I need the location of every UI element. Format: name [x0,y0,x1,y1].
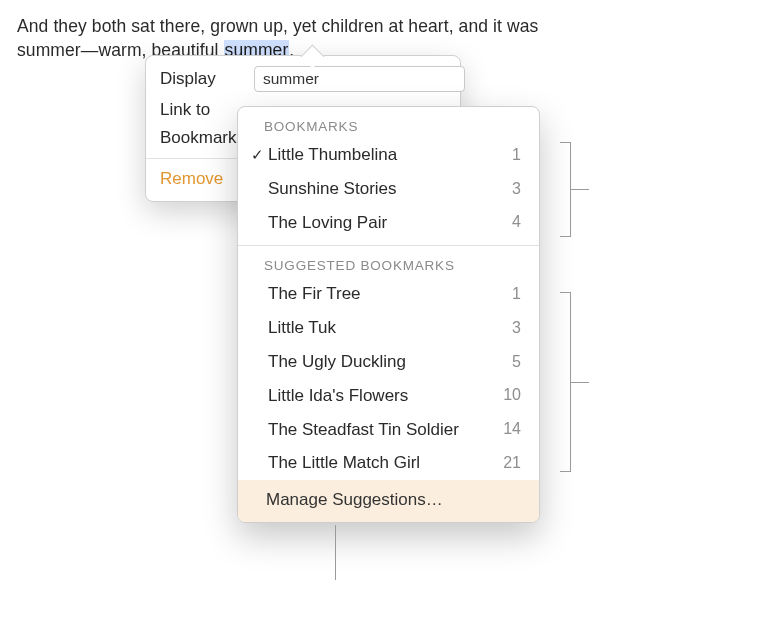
suggested-item[interactable]: The Fir Tree 1 [238,277,539,311]
suggested-item-count: 21 [499,452,521,474]
callout-line [335,525,336,580]
divider [238,245,539,246]
suggested-item-label: Little Ida's Flowers [268,384,491,408]
bookmarks-section-header: BOOKMARKS [238,113,539,138]
manage-suggestions-label: Manage Suggestions… [266,490,443,509]
suggested-item[interactable]: Little Tuk 3 [238,311,539,345]
bookmark-item-count: 4 [499,211,521,233]
suggested-item-label: Little Tuk [268,316,491,340]
suggested-item[interactable]: The Steadfast Tin Soldier 14 [238,413,539,447]
suggested-item-label: The Little Match Girl [268,451,491,475]
suggested-item[interactable]: The Ugly Duckling 5 [238,345,539,379]
remove-button[interactable]: Remove [160,169,223,188]
suggested-item-label: The Steadfast Tin Soldier [268,418,491,442]
display-label: Display [160,69,248,89]
suggested-item[interactable]: The Little Match Girl 21 [238,446,539,480]
callout-bracket [570,142,571,237]
suggested-section-header: SUGGESTED BOOKMARKS [238,252,539,277]
suggested-item-count: 5 [499,351,521,373]
suggested-item-label: The Ugly Duckling [268,350,491,374]
manage-suggestions-button[interactable]: Manage Suggestions… [238,480,539,522]
bookmark-item-count: 3 [499,178,521,200]
display-input[interactable] [254,66,465,92]
display-row: Display [146,62,460,96]
suggested-item-count: 1 [499,283,521,305]
bookmark-item-count: 1 [499,144,521,166]
body-paragraph: And they both sat there, grown up, yet c… [7,7,560,62]
suggested-item[interactable]: Little Ida's Flowers 10 [238,379,539,413]
linkto-label: Link to [160,100,248,120]
callout-bracket [570,292,571,472]
bookmark-menu: BOOKMARKS ✓ Little Thumbelina 1 Sunshine… [237,106,540,523]
suggested-item-label: The Fir Tree [268,282,491,306]
suggested-item-count: 3 [499,317,521,339]
suggested-item-count: 14 [499,418,521,440]
bookmark-item[interactable]: The Loving Pair 4 [238,206,539,240]
bookmark-item-label: The Loving Pair [268,211,491,235]
bookmark-item-label: Little Thumbelina [268,143,491,167]
suggested-item-count: 10 [499,384,521,406]
bookmark-item[interactable]: ✓ Little Thumbelina 1 [238,138,539,172]
checkmark-icon: ✓ [246,144,268,165]
bookmark-item-label: Sunshine Stories [268,177,491,201]
bookmark-item[interactable]: Sunshine Stories 3 [238,172,539,206]
